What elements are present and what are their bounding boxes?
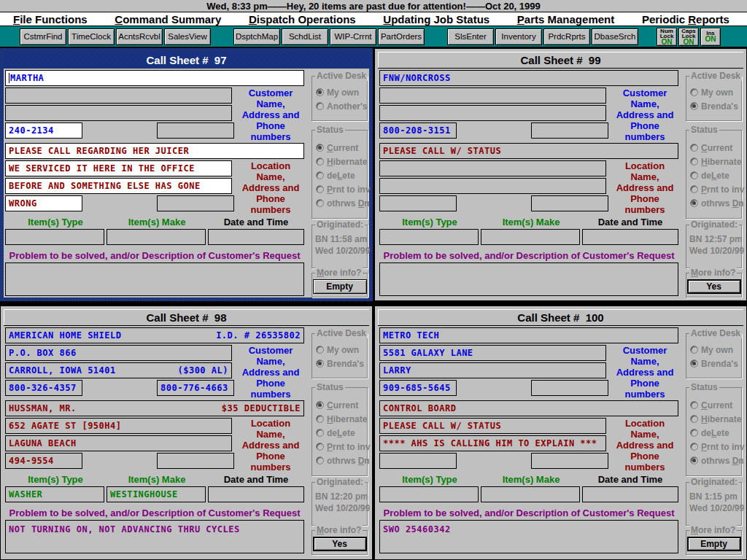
customer-phone1-field[interactable]: 240-2134 — [5, 122, 82, 139]
customer-phone1-field[interactable]: 800-326-4357 — [5, 380, 82, 396]
radio-delete[interactable]: deLete — [312, 426, 367, 440]
radio-hibernate[interactable]: Hibernate — [686, 412, 741, 426]
customer-address1-field[interactable] — [5, 88, 232, 104]
customer-name-field[interactable]: METRO TECH — [379, 327, 678, 343]
location-phone2-field[interactable] — [531, 195, 608, 211]
location-line1-field[interactable]: PLEASE CALL REGARDING HER JUICER — [5, 143, 304, 159]
menu-periodic-reports[interactable]: Periodic Reports — [642, 13, 729, 26]
radio-current[interactable]: Current — [312, 398, 367, 412]
more-info-button[interactable]: Yes — [687, 279, 741, 294]
location-line2-field[interactable]: WE SERVICED IT HERE IN THE OFFICE — [5, 160, 232, 176]
menu-parts-management[interactable]: Parts Management — [517, 13, 614, 26]
customer-address2-field[interactable]: LARRY — [379, 362, 606, 378]
problem-field[interactable]: NOT TURNING ON, NOT ADVANCING THRU CYCLE… — [5, 520, 304, 553]
location-line4-field[interactable]: WRONG — [5, 195, 82, 211]
radio-otherwise-done[interactable]: othrws Dn — [686, 454, 741, 467]
partorders-button[interactable]: PartOrders — [378, 28, 425, 45]
item-type-field[interactable] — [379, 486, 479, 502]
location-line4-field[interactable] — [379, 195, 457, 211]
item-datetime-field[interactable] — [208, 486, 304, 502]
radio-hibernate[interactable]: Hibernate — [312, 412, 367, 426]
customer-address1-field[interactable]: 5581 GALAXY LANE — [379, 345, 606, 361]
radio-hibernate[interactable]: Hibernate — [686, 155, 741, 168]
schdlist-button[interactable]: SchdList — [282, 28, 328, 45]
item-type-field[interactable] — [379, 229, 479, 245]
item-datetime-field[interactable] — [582, 486, 678, 502]
customer-phone2-field[interactable] — [531, 122, 608, 139]
radio-other-desk[interactable]: Another's — [312, 99, 367, 113]
radio-current[interactable]: Current — [686, 398, 741, 412]
customer-address2-field[interactable] — [5, 105, 232, 121]
radio-otherwise-done[interactable]: othrws Dn — [312, 454, 367, 467]
location-line3-field[interactable]: BEFORE AND SOMETHING ELSE HAS GONE — [5, 178, 232, 194]
more-info-button[interactable]: Empty — [313, 279, 367, 294]
customer-phone1-field[interactable]: 909-685-5645 — [379, 380, 457, 396]
customer-address1-field[interactable]: P.O. BOX 866 — [5, 345, 232, 361]
prdcrprts-button[interactable]: PrdcRprts — [543, 28, 590, 45]
timeclock-button[interactable]: TimeClock — [68, 28, 115, 45]
menu-updating-job-status[interactable]: Updating Job Status — [383, 13, 489, 26]
more-info-button[interactable]: Empty — [687, 537, 741, 551]
radio-my-own[interactable]: My own — [312, 343, 367, 357]
customer-address2-field[interactable]: CARROLL, IOWA 51401 ($300 AL) — [5, 362, 232, 378]
customer-address2-field[interactable] — [379, 105, 606, 121]
wip-crrnt-button[interactable]: WIP-Crrnt — [330, 28, 376, 45]
item-make-field[interactable] — [481, 486, 580, 502]
caps-lock-indicator[interactable]: Caps Lock ON — [678, 28, 699, 46]
radio-my-own[interactable]: My own — [686, 85, 741, 99]
customer-phone2-field[interactable] — [157, 122, 234, 139]
salesview-button[interactable]: SalesView — [164, 28, 211, 45]
location-line3-field[interactable]: **** AHS IS CALLING HIM TO EXPLAIN *** — [379, 435, 606, 451]
item-make-field[interactable]: WESTINGHOUSE — [107, 486, 206, 502]
location-phone2-field[interactable] — [531, 453, 608, 469]
ins-indicator[interactable]: Ins ON — [700, 28, 721, 46]
radio-otherwise-done[interactable]: othrws Dn — [686, 196, 741, 210]
menu-command-summary[interactable]: Command Summary — [115, 13, 221, 26]
problem-field[interactable] — [5, 262, 304, 296]
location-line2-field[interactable]: 652 AGATE ST [950H4] — [5, 418, 232, 434]
customer-phone1-field[interactable]: 800-208-3151 — [379, 122, 457, 139]
cstmrfind-button[interactable]: CstmrFind — [20, 28, 66, 45]
radio-print-to-inv[interactable]: Prnt to inv — [686, 440, 741, 454]
customer-address1-field[interactable] — [379, 88, 606, 104]
radio-otherwise-done[interactable]: othrws Dn — [312, 196, 367, 210]
radio-delete[interactable]: deLete — [312, 168, 367, 182]
slsenter-button[interactable]: SlsEnter — [447, 28, 494, 45]
item-make-field[interactable] — [481, 229, 580, 245]
location-line1-field[interactable]: CONTROL BOARD — [379, 400, 678, 416]
menu-dispatch-operations[interactable]: Dispatch Operations — [249, 13, 356, 26]
radio-other-desk[interactable]: Brenda's — [686, 357, 741, 370]
item-type-field[interactable] — [5, 229, 104, 245]
item-make-field[interactable] — [107, 229, 206, 245]
location-line1-field[interactable]: HUSSMAN, MR. $35 DEDUCTIBLE — [5, 400, 304, 416]
radio-print-to-inv[interactable]: Prnt to inv — [312, 182, 367, 196]
radio-print-to-inv[interactable]: Prnt to inv — [312, 440, 367, 454]
radio-my-own[interactable]: My own — [312, 85, 367, 99]
location-line4-field[interactable] — [379, 453, 457, 469]
location-line1-field[interactable]: PLEASE CALL W/ STATUS — [379, 143, 678, 159]
radio-my-own[interactable]: My own — [686, 343, 741, 357]
location-line4-field[interactable]: 494-9554 — [5, 453, 82, 469]
radio-hibernate[interactable]: Hibernate — [312, 155, 367, 168]
customer-name-field[interactable]: MARTHA — [5, 70, 304, 86]
customer-name-field[interactable]: AMERICAN HOME SHIELD I.D. # 26535802 — [5, 327, 304, 343]
radio-current[interactable]: Current — [312, 141, 367, 155]
radio-other-desk[interactable]: Brenda's — [686, 99, 741, 113]
radio-current[interactable]: Current — [686, 141, 741, 155]
acntsrcvbl-button[interactable]: AcntsRcvbl — [116, 28, 163, 45]
radio-other-desk[interactable]: Brenda's — [312, 357, 367, 370]
customer-name-field[interactable]: FNW/NORCROSS — [379, 70, 678, 86]
location-line3-field[interactable] — [379, 178, 606, 194]
location-line2-field[interactable]: PLEASE CALL W/ STATUS — [379, 418, 606, 434]
inventory-button[interactable]: Inventory — [495, 28, 542, 45]
radio-print-to-inv[interactable]: Prnt to inv — [686, 182, 741, 196]
location-line2-field[interactable] — [379, 160, 606, 176]
item-type-field[interactable]: WASHER — [5, 486, 104, 502]
location-phone2-field[interactable] — [157, 195, 234, 211]
num-lock-indicator[interactable]: Num Lock ON — [657, 28, 677, 46]
problem-field[interactable] — [379, 262, 678, 296]
customer-phone2-field[interactable]: 800-776-4663 — [157, 380, 234, 396]
dsptchmap-button[interactable]: DsptchMap — [233, 28, 280, 45]
location-line3-field[interactable]: LAGUNA BEACH — [5, 435, 232, 451]
dbasesrch-button[interactable]: DbaseSrch — [592, 28, 638, 45]
